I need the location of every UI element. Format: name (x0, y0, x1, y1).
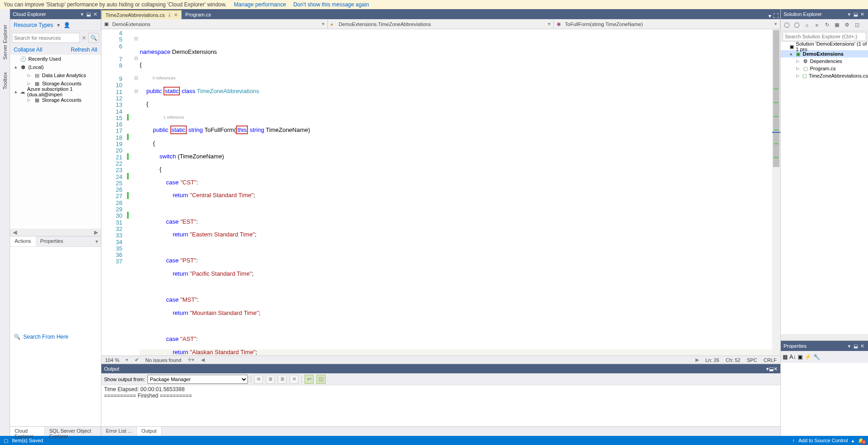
back-icon[interactable]: ◯ (783, 21, 791, 29)
toolbox-tab[interactable]: Toolbox (1, 70, 9, 91)
dropdown-icon[interactable]: ▾ (846, 343, 852, 349)
expand-icon[interactable]: ▷ (27, 81, 32, 86)
cloud-explorer-tree: 🕘Recently Used ▲⬢(Local) ▷▤Data Lake Ana… (10, 55, 101, 229)
program-cs-node[interactable]: ▷▢Program.cs (781, 65, 868, 72)
class-combo[interactable]: ♦DemoExtensions.TimeZoneAbbreviations▾ (328, 19, 554, 29)
expand-icon[interactable]: ▷ (27, 73, 32, 78)
expand-icon[interactable]: ▲ (14, 89, 18, 94)
events-icon[interactable]: ⚡ (805, 354, 811, 360)
properties-body[interactable] (781, 363, 868, 436)
char-indicator: Ch: 52 (726, 357, 740, 363)
tb-btn-2[interactable]: ≣ (266, 375, 275, 384)
dropdown-icon[interactable]: ▾ (79, 11, 85, 17)
close-icon[interactable]: ✕ (859, 11, 865, 17)
pin-icon[interactable]: ⬓ (852, 11, 859, 17)
expand-icon[interactable]: ▷ (796, 59, 801, 63)
output-body[interactable]: Time Elapsed: 00:00:01.5653388 =========… (101, 385, 780, 426)
expand-icon[interactable]: ▷ (796, 66, 801, 71)
home-icon[interactable]: ⌂ (803, 21, 811, 29)
properties-icon[interactable]: ⚙ (843, 21, 851, 29)
add-source-control[interactable]: Add to Source Control (799, 438, 848, 443)
data-lake-node[interactable]: ▷▤Data Lake Analytics (10, 71, 101, 79)
pin-icon[interactable]: ⬓ (769, 366, 773, 372)
close-icon[interactable]: ✕ (859, 343, 865, 349)
account-icon[interactable]: 👤 (63, 22, 70, 28)
search-icon: 🔍 (14, 334, 21, 340)
cloud-explorer-header: Cloud Explorer ▾ ⬓ ✕ (10, 9, 101, 19)
chevron-down-icon[interactable]: ▾ (768, 13, 771, 19)
indent-indicator: SPC (747, 357, 758, 363)
solution-node[interactable]: ▣Solution 'DemoExtensions' (1 of 1 pro (781, 43, 868, 50)
fold-gutter[interactable]: ⊟⊟⊟⊟ (132, 29, 140, 356)
close-icon[interactable]: ✕ (174, 12, 178, 17)
vertical-scrollbar[interactable] (772, 29, 780, 356)
sql-explorer-btab[interactable]: SQL Server Object Explorer (45, 427, 101, 436)
manage-performance-link[interactable]: Manage performance (234, 1, 286, 8)
wrap-btn[interactable]: ↩ (305, 375, 314, 384)
clear-btn[interactable]: ✕ (289, 375, 299, 384)
cloud-explorer-btab[interactable]: Cloud Explorer (10, 427, 45, 436)
sync-icon[interactable]: ≡ (813, 21, 821, 29)
info-text: You can improve 'Startup' performance by… (4, 1, 226, 8)
toggle-btn[interactable]: ◫ (316, 375, 326, 384)
refresh-all-link[interactable]: Refresh All (71, 47, 97, 53)
preview-icon[interactable]: ◫ (853, 21, 861, 29)
horizontal-scrollbar[interactable] (781, 334, 868, 340)
timezone-cs-node[interactable]: ▷▢TimeZoneAbbreviations.cs (781, 72, 868, 79)
tb-btn-1[interactable]: ≋ (254, 375, 263, 384)
fullscreen-icon[interactable]: ⛶ (773, 13, 779, 19)
resource-types-dropdown[interactable]: Resource Types (14, 22, 53, 28)
refresh-icon[interactable]: ↻ (823, 21, 831, 29)
expand-icon[interactable]: ▷ (27, 98, 32, 102)
pin-icon[interactable]: ⤓ (168, 12, 171, 17)
chevron-down-icon[interactable]: ▾ (93, 236, 101, 246)
chevron-up-icon[interactable]: ▴ (852, 438, 854, 444)
expand-icon[interactable]: ▷ (796, 73, 800, 78)
horizontal-scrollbar[interactable]: ◀▶ (10, 229, 101, 236)
dropdown-icon[interactable]: ▾ (846, 11, 852, 17)
code-area[interactable]: namespace DemoExtensions { 0 references … (140, 29, 772, 356)
pin-icon[interactable]: ⬓ (85, 11, 92, 17)
showall-icon[interactable]: ▦ (833, 21, 841, 29)
recently-used-node[interactable]: 🕘Recently Used (10, 55, 101, 63)
actions-tab[interactable]: Actions (10, 236, 36, 246)
nav-icon[interactable]: ✢▾ (188, 357, 195, 363)
properties-tab[interactable]: Properties (36, 236, 68, 246)
props-icon[interactable]: ▣ (798, 354, 803, 360)
pin-icon[interactable]: ⬓ (852, 343, 859, 349)
server-explorer-tab[interactable]: Server Explorer (1, 23, 9, 61)
output-btab[interactable]: Output (137, 427, 162, 436)
chevron-down-icon[interactable]: ▾ (57, 22, 60, 28)
search-from-here[interactable]: 🔍 Search From Here (10, 246, 101, 426)
output-source-select[interactable]: Package Manager (147, 375, 248, 384)
zoom-level[interactable]: 104 % (105, 357, 119, 363)
dont-show-link[interactable]: Don't show this message again (293, 1, 369, 8)
alpha-icon[interactable]: A↓ (789, 354, 796, 360)
namespace-combo[interactable]: ▣DemoExtensions▾ (101, 19, 328, 29)
notifications-icon[interactable]: 🔔4 (858, 438, 864, 444)
close-icon[interactable]: ✕ (92, 11, 98, 17)
error-list-btab[interactable]: Error List ... (101, 427, 137, 436)
doc-tab-program[interactable]: Program.cs (182, 10, 215, 19)
tb-btn-3[interactable]: ≣ (278, 375, 287, 384)
clock-icon: 🕘 (20, 56, 26, 62)
wrench-icon[interactable]: 🔧 (813, 354, 820, 360)
clear-search-icon[interactable]: ✕ (82, 35, 86, 41)
chevron-down-icon[interactable]: ▾ (126, 357, 128, 363)
cloud-search-input[interactable] (12, 33, 80, 43)
dependencies-node[interactable]: ▷⚙Dependencies (781, 58, 868, 65)
azure-subscription-node[interactable]: ▲☁Azure subscription 1 (dua.ali@imperi (10, 88, 101, 96)
doc-tab-timezone[interactable]: TimeZoneAbbreviations.cs ⤓ ✕ (101, 10, 182, 19)
editor[interactable]: 4567891011121314151617181920212223242526… (101, 29, 780, 356)
close-icon[interactable]: ✕ (773, 366, 778, 372)
expand-icon[interactable]: ▲ (789, 52, 794, 56)
expand-icon[interactable]: ▲ (14, 65, 18, 69)
collapse-all-link[interactable]: Collapse All (14, 47, 42, 53)
fwd-icon[interactable]: ◯ (793, 21, 801, 29)
search-button[interactable]: 🔍 (88, 33, 99, 43)
categorized-icon[interactable]: ▦ (783, 354, 788, 360)
method-combo[interactable]: ◉ToFullForm(string TimeZoneName)▾ (554, 19, 780, 29)
solution-search-input[interactable] (783, 32, 866, 41)
properties-toolbar: ▦ A↓ ▣ ⚡ 🔧 (781, 351, 868, 363)
local-node[interactable]: ▲⬢(Local) (10, 63, 101, 71)
